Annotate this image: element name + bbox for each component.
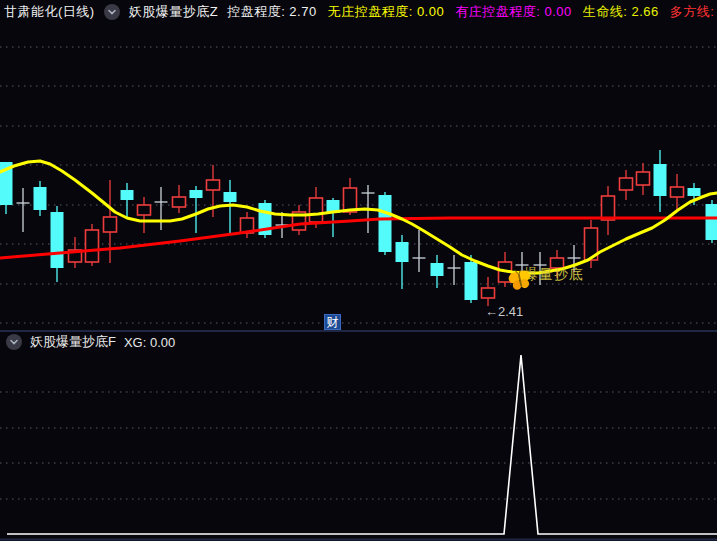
chevron-down-icon[interactable]	[6, 334, 22, 350]
finance-event-tag[interactable]: 财	[324, 314, 341, 330]
main-chart-header: 甘肃能化(日线) 妖股爆量抄底Z 控盘程度: 2.70无庄控盘程度: 0.00有…	[0, 0, 717, 23]
stock-title: 甘肃能化(日线)	[4, 3, 95, 21]
chevron-down-icon[interactable]	[104, 4, 120, 20]
indicator-value: 无庄控盘程度: 0.00	[328, 3, 445, 21]
trading-app-window: 甘肃能化(日线) 妖股爆量抄底Z 控盘程度: 2.70无庄控盘程度: 0.00有…	[0, 0, 717, 541]
indicator-value: 控盘程度: 2.70	[227, 3, 317, 21]
candlestick-chart[interactable]	[0, 0, 717, 541]
low-price-callout: ←2.41	[485, 304, 523, 319]
indicator-value: 有庄控盘程度: 0.00	[455, 3, 572, 21]
sub-indicator-value: XG: 0.00	[124, 335, 175, 350]
buy-signal-label: 爆量抄底	[524, 266, 584, 284]
indicator-values: 控盘程度: 2.70无庄控盘程度: 0.00有庄控盘程度: 0.00生命线: 2…	[227, 3, 717, 21]
indicator-value: 生命线: 2.66	[583, 3, 659, 21]
main-indicator-name: 妖股爆量抄底Z	[129, 3, 218, 21]
butterfly-icon	[508, 268, 532, 296]
sub-indicator-name: 妖股爆量抄底F	[30, 333, 116, 351]
indicator-value: 多方线: 2.55	[670, 3, 717, 21]
sub-chart-header: 妖股爆量抄底F XG: 0.00	[0, 330, 717, 352]
